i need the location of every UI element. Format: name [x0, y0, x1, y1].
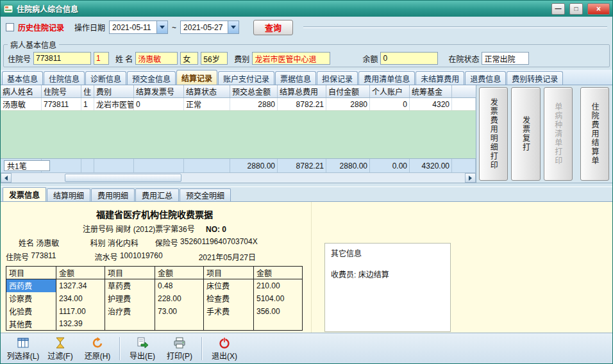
invoice-amount-cell[interactable]: 234.00	[56, 292, 105, 305]
col-header-settle-status[interactable]: 结算状态	[184, 85, 230, 97]
tab-settlement-records[interactable]: 结算记录	[176, 70, 217, 85]
date-to-select[interactable]: 2021-05-27	[180, 21, 239, 34]
col-header-settle-total[interactable]: 结算总费用	[278, 85, 326, 97]
dtab-settlement-detail[interactable]: 结算明细	[47, 188, 90, 201]
invoice-item-cell[interactable]: 检查费	[204, 292, 254, 305]
col-header-pooling-fund[interactable]: 统筹基金	[410, 85, 452, 97]
tab-guarantee-records[interactable]: 担保记录	[317, 71, 358, 85]
export-button[interactable]: 导出(E)	[124, 335, 161, 363]
tab-inpatient-info[interactable]: 住院信息	[44, 71, 85, 85]
history-records-checkbox[interactable]	[6, 23, 14, 31]
col-header-visit[interactable]: 住	[81, 85, 94, 97]
invoice-amount-cell[interactable]	[254, 318, 303, 331]
dtab-deposit-detail[interactable]: 预交金明细	[180, 188, 231, 201]
inv-insurance-no: 35260119640703704X	[180, 237, 258, 248]
col-header-deposit-total[interactable]: 预交总金额	[230, 85, 278, 97]
tab-refund-info[interactable]: 退费信息	[465, 71, 506, 85]
tab-basic-info[interactable]: 基本信息	[2, 71, 43, 85]
invoice-expense-detail-print-button[interactable]: 发票费用明细打印	[479, 87, 508, 181]
col-header-self-pay[interactable]: 自付金额	[326, 85, 370, 97]
date-from-select[interactable]: 2021-05-11	[109, 21, 168, 34]
invoice-item-cell[interactable]	[105, 318, 155, 331]
dtab-expense-detail[interactable]: 费用明细	[91, 188, 135, 201]
app-icon	[3, 4, 13, 14]
print-button[interactable]: 打印(P)	[161, 335, 198, 363]
col-header-patient-name[interactable]: 病人姓名	[1, 85, 42, 97]
table-row[interactable]: 汤惠敏 773811 1 龙岩市医管中心 0 正常 2880 8782.21 2…	[1, 98, 476, 111]
tab-unsettled-expense[interactable]: 未结算费用	[416, 71, 464, 85]
fee-type-field[interactable]: 龙岩市医管中心退	[252, 52, 330, 65]
scroll-left-button[interactable]	[1, 173, 12, 183]
invoice-serial-line: 住院号 773811 流水号 1001019760 2021年05月27日	[6, 251, 303, 262]
invoice-amount-cell[interactable]: 0.48	[155, 279, 204, 292]
invoice-title: 福建省医疗机构住院收费票据	[6, 208, 303, 220]
chevron-down-icon	[231, 26, 236, 29]
invoice-amount-cell[interactable]: 1327.34	[56, 279, 105, 292]
cell-fee-type: 龙岩市医管中心	[94, 98, 134, 110]
minimize-button[interactable]: —	[551, 3, 565, 15]
triangle-left-icon	[4, 176, 8, 181]
tab-invoice-info[interactable]: 票据信息	[275, 71, 316, 85]
invoice-item-cell[interactable]: 其他费	[6, 318, 56, 331]
invoice-item-cell[interactable]: 手术费	[204, 305, 254, 318]
gender-field[interactable]: 女	[180, 52, 198, 65]
scroll-right-button[interactable]	[465, 173, 476, 183]
age-field[interactable]: 56岁	[201, 52, 228, 65]
col-header-admission-no[interactable]: 住院号	[42, 85, 81, 97]
inpatient-expense-settlement-button[interactable]: 住院费用结算单	[580, 87, 609, 181]
dtab-invoice-info[interactable]: 发票信息	[3, 187, 46, 201]
dtab-expense-summary[interactable]: 费用汇总	[135, 188, 179, 201]
query-button[interactable]: 查询	[253, 20, 293, 35]
col-header-invoice-no[interactable]: 结算发票号	[134, 85, 184, 97]
visit-count-field[interactable]: 1	[94, 52, 109, 65]
invoice-amount-cell[interactable]: 228.00	[155, 292, 204, 305]
history-records-label: 历史住院记录	[18, 22, 64, 33]
cell-self-pay: 2880	[326, 98, 370, 110]
date-from-dropdown-button[interactable]	[156, 21, 167, 33]
invoice-row: 化验费 1117.00 治疗费 73.00 手术费 356.00	[6, 305, 303, 318]
invoice-amount-cell[interactable]: 73.00	[155, 305, 204, 318]
invoice-item-cell-selected[interactable]: 西药费	[6, 279, 56, 292]
invoice-amount-cell[interactable]: 356.00	[254, 305, 303, 318]
invoice-amount-cell[interactable]: 210.00	[254, 279, 303, 292]
patient-name-field[interactable]: 汤惠敏	[135, 52, 178, 65]
totals-empty-cell	[184, 159, 230, 172]
totals-filler	[452, 159, 476, 172]
horizontal-scrollbar[interactable]	[1, 172, 476, 183]
toolbar-label: 导出(E)	[130, 350, 155, 361]
admission-no-field[interactable]: 773811	[33, 52, 91, 65]
invoice-reprint-button[interactable]: 发票复打	[511, 87, 540, 181]
date-to-dropdown-button[interactable]	[228, 21, 239, 33]
invoice-item-cell[interactable]: 护理费	[105, 292, 155, 305]
invoice-item-cell[interactable]: 草药费	[105, 279, 155, 292]
invoice-item-cell[interactable]: 床位费	[204, 279, 254, 292]
cell-patient-name: 汤惠敏	[1, 98, 42, 110]
tab-fee-type-conversion[interactable]: 费别转换记录	[507, 71, 563, 85]
invoice-amount-cell[interactable]	[155, 318, 204, 331]
status-field[interactable]: 正常出院	[482, 52, 529, 65]
invoice-item-cell[interactable]	[204, 318, 254, 331]
col-header-fee-type[interactable]: 费别	[94, 85, 134, 97]
tab-expense-list-info[interactable]: 费用清单信息	[358, 71, 415, 85]
cell-invoice-no: 0	[134, 98, 184, 110]
col-item-header: 项目	[204, 267, 254, 279]
invoice-amount-cell[interactable]: 1117.00	[56, 305, 105, 318]
restore-button[interactable]: 还原(H)	[79, 335, 116, 363]
invoice-item-cell[interactable]: 化验费	[6, 305, 56, 318]
invoice-amount-cell[interactable]: 5104.00	[254, 292, 303, 305]
scrollbar-thumb[interactable]	[65, 174, 181, 182]
column-select-button[interactable]: 列选择(L)	[4, 335, 42, 363]
maximize-button[interactable]: □	[569, 3, 583, 15]
tab-diagnosis-info[interactable]: 诊断信息	[85, 71, 126, 85]
exit-button[interactable]: 退出(X)	[206, 335, 243, 363]
invoice-item-cell[interactable]: 治疗费	[105, 305, 155, 318]
invoice-amount-cell[interactable]: 132.39	[56, 318, 105, 331]
tab-account-payment-records[interactable]: 账户支付记录	[218, 71, 274, 85]
col-header-personal-account[interactable]: 个人账户	[370, 85, 410, 97]
filter-button[interactable]: 过滤(F)	[42, 335, 79, 363]
close-button[interactable]: ×	[587, 3, 610, 15]
invoice-item-cell[interactable]: 诊察费	[6, 292, 56, 305]
invoice-row: 诊察费 234.00 护理费 228.00 检查费 5104.00	[6, 292, 303, 305]
balance-field[interactable]: 0	[380, 52, 438, 65]
tab-deposit-info[interactable]: 预交金信息	[127, 71, 176, 85]
